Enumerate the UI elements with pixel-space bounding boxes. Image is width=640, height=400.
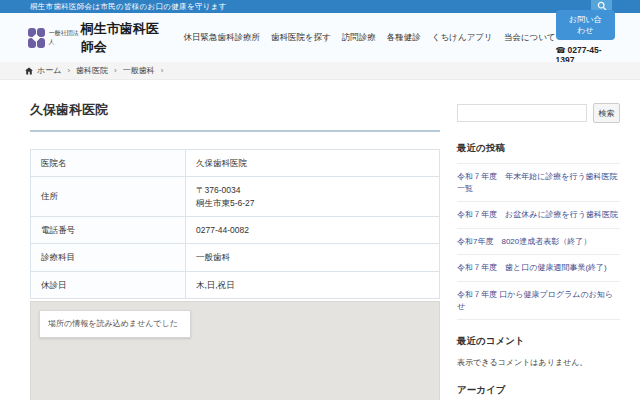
table-row: 医院名 久保歯科医院 bbox=[31, 150, 440, 177]
site-header: 一般社団法人 桐生市歯科医師会 休日緊急歯科診療所 歯科医院を探す 訪問診療 各… bbox=[0, 13, 640, 62]
breadcrumb-separator: › bbox=[67, 66, 70, 75]
site-tagline: 桐生市歯科医師会は市民の皆様のお口の健康を守ります bbox=[30, 2, 227, 12]
recent-post-link[interactable]: 令和7年度 8020達成者表彰（終了） bbox=[457, 229, 620, 256]
row-value-closed-days: 木,日,祝日 bbox=[186, 271, 440, 298]
row-label-closed-days: 休診日 bbox=[31, 271, 186, 298]
org-type-label: 一般社団法人 bbox=[49, 29, 79, 47]
table-row: 休診日 木,日,祝日 bbox=[31, 271, 440, 298]
nav-item-emergency-clinic[interactable]: 休日緊急歯科診療所 bbox=[183, 32, 260, 44]
breadcrumb-general-dentistry[interactable]: 一般歯科 bbox=[123, 65, 155, 76]
breadcrumb: ホーム › 歯科医院 › 一般歯科 › bbox=[0, 62, 640, 80]
main-nav: 休日緊急歯科診療所 歯科医院を探す 訪問診療 各種健診 くちけんアプリ 当会につ… bbox=[183, 32, 555, 44]
site-title: 桐生市歯科医師会 bbox=[81, 20, 168, 56]
row-value-phone: 0277-44-0082 bbox=[186, 216, 440, 243]
row-label-address: 住所 bbox=[31, 177, 186, 217]
nav-item-kuchiken-app[interactable]: くちけんアプリ bbox=[432, 32, 493, 44]
clinic-info-table: 医院名 久保歯科医院 住所 〒376-0034 桐生市東5-6-27 電話番号 … bbox=[30, 149, 440, 299]
recent-posts-list: 令和７年度 年末年始に診療を行う歯科医院一覧 令和７年度 お盆休みに診療を行う歯… bbox=[457, 163, 620, 320]
sidebar: 検索 最近の投稿 令和７年度 年末年始に診療を行う歯科医院一覧 令和７年度 お盆… bbox=[457, 80, 620, 400]
nav-item-about[interactable]: 当会について bbox=[504, 32, 556, 44]
search-input[interactable] bbox=[457, 104, 587, 122]
search-button[interactable]: 検索 bbox=[593, 103, 620, 123]
breadcrumb-home[interactable]: ホーム bbox=[37, 65, 61, 76]
recent-comments-empty-message: 表示できるコメントはありません。 bbox=[457, 357, 620, 368]
table-row: 診療科目 一般歯科 bbox=[31, 244, 440, 271]
table-row: 住所 〒376-0034 桐生市東5-6-27 bbox=[31, 177, 440, 217]
breadcrumb-separator: › bbox=[114, 66, 117, 75]
row-value-departments: 一般歯科 bbox=[186, 244, 440, 271]
dental-association-logo-icon bbox=[28, 28, 45, 48]
main-content: 久保歯科医院 医院名 久保歯科医院 住所 〒376-0034 桐生市東5-6-2… bbox=[0, 80, 640, 400]
contact-button[interactable]: お問い合わせ bbox=[556, 10, 615, 40]
row-label-departments: 診療科目 bbox=[31, 244, 186, 271]
phone-icon: ☎ bbox=[556, 46, 566, 55]
page: 桐生市歯科医師会は市民の皆様のお口の健康を守ります 一般社団法人 桐生市歯科医師… bbox=[0, 0, 640, 400]
top-bar: 桐生市歯科医師会は市民の皆様のお口の健康を守ります bbox=[0, 0, 640, 13]
map-embed[interactable]: 場所の情報を読み込めませんでした bbox=[30, 301, 440, 400]
home-icon bbox=[25, 67, 33, 75]
nav-item-checkups[interactable]: 各種健診 bbox=[387, 32, 421, 44]
recent-post-link[interactable]: 令和７年度 お盆休みに診療を行う歯科医院 bbox=[457, 202, 620, 229]
page-title: 久保歯科医院 bbox=[30, 101, 440, 132]
row-value-clinic-name: 久保歯科医院 bbox=[186, 150, 440, 177]
row-label-phone: 電話番号 bbox=[31, 216, 186, 243]
nav-item-find-clinic[interactable]: 歯科医院を探す bbox=[271, 32, 331, 44]
nav-item-home-visit[interactable]: 訪問診療 bbox=[342, 32, 376, 44]
recent-comments-heading: 最近のコメント bbox=[457, 335, 620, 348]
row-label-clinic-name: 医院名 bbox=[31, 150, 186, 177]
header-contact-block: お問い合わせ ☎0277-45-1397 bbox=[556, 10, 615, 65]
sidebar-search: 検索 bbox=[457, 103, 620, 123]
row-value-address: 〒376-0034 桐生市東5-6-27 bbox=[186, 177, 440, 217]
recent-post-link[interactable]: 令和７年度 歯と口の健康週間事業(終了) bbox=[457, 255, 620, 282]
recent-post-link[interactable]: 令和７年度 年末年始に診療を行う歯科医院一覧 bbox=[457, 164, 620, 202]
archive-heading: アーカイブ bbox=[457, 384, 620, 397]
site-logo[interactable]: 一般社団法人 桐生市歯科医師会 bbox=[28, 20, 167, 56]
recent-posts-heading: 最近の投稿 bbox=[457, 142, 620, 155]
breadcrumb-dental-clinics[interactable]: 歯科医院 bbox=[76, 65, 108, 76]
map-error-message: 場所の情報を読み込めませんでした bbox=[39, 310, 191, 338]
clinic-detail-column: 久保歯科医院 医院名 久保歯科医院 住所 〒376-0034 桐生市東5-6-2… bbox=[30, 80, 440, 400]
table-row: 電話番号 0277-44-0082 bbox=[31, 216, 440, 243]
recent-post-link[interactable]: 令和７年度 口から健康プログラムのお知らせ bbox=[457, 282, 620, 320]
breadcrumb-separator: › bbox=[161, 66, 164, 75]
